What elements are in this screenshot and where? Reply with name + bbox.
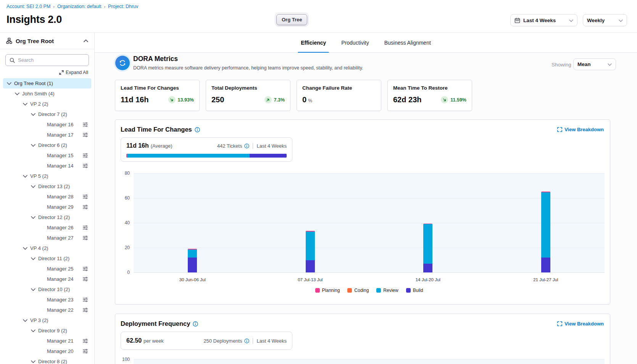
lead-time-view-breakdown[interactable]: View Breakdown <box>557 127 604 132</box>
tree-node[interactable]: Manager 17 <box>3 130 91 140</box>
legend-swatch <box>376 288 381 293</box>
metric-card-value-row: 62d 23h11.59% <box>393 95 466 104</box>
collapse-sidebar-icon[interactable] <box>84 39 88 42</box>
stacked-bar[interactable] <box>423 224 432 272</box>
chevron-down-icon[interactable] <box>31 360 35 363</box>
stacked-bar[interactable] <box>188 249 197 272</box>
chevron-down-icon[interactable] <box>31 216 35 219</box>
tree-node[interactable]: Director 12 (2) <box>3 212 91 222</box>
node-settings-icon[interactable] <box>82 225 88 230</box>
tree-node[interactable]: Director 6 (2) <box>3 140 91 150</box>
deployment-summary: 62.50 per week 250 Deployments Last 4 We… <box>121 332 292 350</box>
legend-label: Review <box>383 288 398 293</box>
breadcrumb-link[interactable]: Organization: default <box>57 4 101 9</box>
date-range-select[interactable]: Last 4 Weeks <box>510 14 577 26</box>
legend-label: Planning <box>322 288 340 293</box>
tree-node[interactable]: Manager 14 <box>3 161 91 171</box>
tab-productivity[interactable]: Productivity <box>340 33 369 52</box>
chevron-down-icon[interactable] <box>31 144 35 147</box>
node-settings-icon[interactable] <box>82 349 88 354</box>
node-settings-icon[interactable] <box>82 338 88 343</box>
tree-node[interactable]: Director 10 (2) <box>3 284 91 295</box>
tree-node[interactable]: Director 8 (2) <box>3 356 91 364</box>
chevron-down-icon[interactable] <box>23 247 27 250</box>
tree-node[interactable]: Manager 26 <box>3 222 91 233</box>
tree-node-label: Manager 23 <box>47 297 73 303</box>
tree-node[interactable]: Director 13 (2) <box>3 181 91 192</box>
main-content: EfficiencyProductivityBusiness Alignment… <box>95 33 637 364</box>
chevron-down-icon[interactable] <box>31 185 35 188</box>
tree-node[interactable]: Manager 16 <box>3 119 91 130</box>
chevron-down-icon[interactable] <box>31 288 35 291</box>
node-settings-icon[interactable] <box>82 308 88 312</box>
breadcrumb-link[interactable]: Account: SEI 2.0 PM <box>6 4 50 9</box>
tab-business-alignment[interactable]: Business Alignment <box>384 33 432 52</box>
tree-node[interactable]: Manager 27 <box>3 233 91 243</box>
breadcrumb-separator: › <box>104 4 105 9</box>
tree-node[interactable]: Manager 28 <box>3 192 91 202</box>
node-settings-icon[interactable] <box>82 194 88 199</box>
chevron-down-icon[interactable] <box>23 319 27 322</box>
node-settings-icon[interactable] <box>82 266 88 271</box>
search-input[interactable] <box>18 57 85 63</box>
tree-search[interactable] <box>5 54 89 66</box>
period-label: Last 4 Weeks <box>253 143 287 149</box>
node-settings-icon[interactable] <box>82 122 88 127</box>
sidebar-header: Org Tree Root <box>0 33 94 49</box>
chevron-down-icon[interactable] <box>23 103 27 106</box>
interval-select[interactable]: Weekly <box>583 14 627 26</box>
search-icon <box>10 58 15 63</box>
tree-node[interactable]: VP 4 (2) <box>3 243 91 253</box>
tree-node[interactable]: Manager 21 <box>3 336 91 346</box>
node-settings-icon[interactable] <box>82 235 88 240</box>
info-icon[interactable] <box>244 338 249 343</box>
stacked-bar[interactable] <box>541 192 550 272</box>
node-settings-icon[interactable] <box>82 277 88 282</box>
chevron-down-icon[interactable] <box>15 92 19 95</box>
chevron-down-icon[interactable] <box>31 257 35 260</box>
deployment-view-breakdown[interactable]: View Breakdown <box>557 321 604 327</box>
tree-node[interactable]: Manager 24 <box>3 274 91 284</box>
tree-node[interactable]: Manager 22 <box>3 305 91 315</box>
stacked-bar[interactable] <box>306 231 315 272</box>
node-settings-icon[interactable] <box>82 132 88 137</box>
tree-node[interactable]: VP 3 (2) <box>3 315 91 325</box>
chevron-down-icon[interactable] <box>31 113 35 116</box>
expand-all-button[interactable]: Expand All <box>0 68 94 77</box>
tab-efficiency[interactable]: Efficiency <box>300 33 327 52</box>
org-tree-button[interactable]: Org Tree <box>276 14 307 25</box>
tree-node[interactable]: Org Tree Root (1) <box>3 78 91 89</box>
tree-node[interactable]: Director 11 (2) <box>3 253 91 264</box>
node-settings-icon[interactable] <box>82 153 88 158</box>
metric-card-value-row: 11d 16h13.93% <box>121 95 194 104</box>
info-icon[interactable] <box>244 143 249 148</box>
showing-select[interactable]: Mean <box>573 58 616 70</box>
node-settings-icon[interactable] <box>82 205 88 209</box>
node-settings-icon[interactable] <box>82 297 88 302</box>
node-settings-icon[interactable] <box>82 163 88 168</box>
tree-node[interactable]: Manager 25 <box>3 264 91 274</box>
tree-node[interactable]: Manager 15 <box>3 150 91 161</box>
tree-node[interactable]: Director 7 (2) <box>3 109 91 119</box>
tree-node[interactable]: John Smith (4) <box>3 89 91 99</box>
org-tree-sidebar: Org Tree Root Expand All Org Tree Root (… <box>0 33 95 364</box>
tree-node[interactable]: Manager 20 <box>3 346 91 356</box>
tree-node[interactable]: VP 2 (2) <box>3 99 91 109</box>
tree-node-label: Manager 15 <box>47 153 73 158</box>
info-icon[interactable] <box>193 321 198 327</box>
chevron-down-icon[interactable] <box>7 82 11 85</box>
metric-card-mean-time-to-restore: Mean Time To Restore62d 23h11.59% <box>387 80 472 111</box>
tree-node[interactable]: Director 9 (2) <box>3 325 91 336</box>
expand-all-icon <box>59 70 64 75</box>
tree-node[interactable]: VP 5 (2) <box>3 171 91 181</box>
chevron-down-icon[interactable] <box>23 175 27 178</box>
org-tree-icon <box>6 38 12 44</box>
tree-node[interactable]: Manager 29 <box>3 202 91 212</box>
info-icon[interactable] <box>195 127 200 132</box>
chevron-down-icon[interactable] <box>31 329 35 332</box>
y-axis-tick: 60 <box>115 195 130 201</box>
tree-node-label: Manager 16 <box>47 122 73 127</box>
insights-tabs: EfficiencyProductivityBusiness Alignment <box>95 33 637 53</box>
breadcrumb-link[interactable]: Project: Dhruv <box>108 4 138 9</box>
tree-node[interactable]: Manager 23 <box>3 295 91 305</box>
